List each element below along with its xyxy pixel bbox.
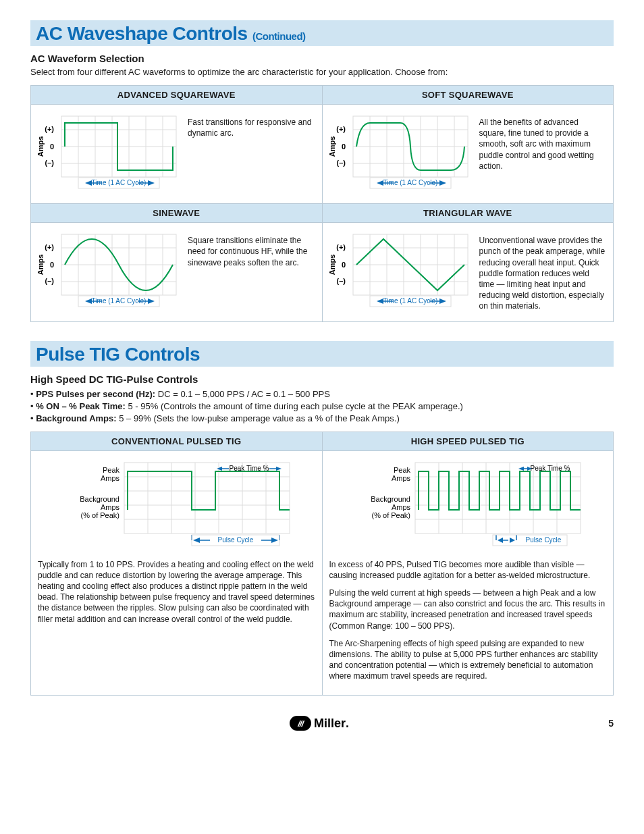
svg-marker-102 [193, 538, 200, 543]
adv-square-desc: Fast transitions for responsive and dyna… [188, 113, 315, 138]
svg-text:(+): (+) [45, 243, 54, 251]
svg-text:Peak Time %: Peak Time % [229, 465, 269, 472]
svg-text:Peak: Peak [394, 466, 411, 474]
cell-triangular: Amps (+) 0 (–) Time (1 AC Cycle) Unconve… [322, 223, 614, 322]
svg-text:(% of Peak): (% of Peak) [80, 511, 119, 519]
page-footer: /// Miller. 5 [30, 716, 614, 731]
highspeed-pulse-desc: In excess of 40 PPS, Pulsed TIG becomes … [329, 559, 607, 689]
bullet-peak-time: • % ON – % Peak Time: 5 - 95% (Controls … [30, 401, 614, 411]
triangular-wave-chart: Amps (+) 0 (–) Time (1 AC Cycle) [329, 231, 471, 312]
triangular-desc: Unconventional wave provides the punch o… [479, 231, 607, 311]
svg-marker-58 [148, 298, 155, 304]
svg-marker-95 [276, 467, 281, 471]
svg-rect-109 [415, 463, 581, 533]
svg-marker-130 [498, 538, 503, 543]
logo-mark-icon: /// [290, 716, 311, 731]
section-title-ac: AC Waveshape Controls (Continued) [36, 23, 608, 45]
svg-text:0: 0 [341, 261, 345, 269]
section-banner-pulse: Pulse TIG Controls [30, 341, 614, 367]
brand-name: Miller [314, 716, 346, 731]
svg-text:Amps: Amps [329, 255, 336, 276]
svg-marker-120 [518, 467, 524, 471]
conventional-pulse-chart: Peak Time % Peak Amps Background Amps (%… [60, 459, 293, 550]
header-soft-square: SOFT SQUAREWAVE [322, 86, 614, 105]
svg-text:Amps: Amps [329, 136, 336, 157]
header-adv-square: ADVANCED SQUAREWAVE [31, 86, 323, 105]
header-triangular: TRIANGULAR WAVE [322, 204, 614, 223]
svg-text:Amps: Amps [392, 503, 411, 511]
svg-text:Pulse Cycle: Pulse Cycle [526, 536, 562, 544]
svg-text:(–): (–) [45, 277, 55, 285]
svg-text:Amps: Amps [101, 474, 120, 482]
bullet-bg-amps: • Background Amps: 5 – 99% (Sets the low… [30, 413, 614, 423]
svg-marker-132 [510, 538, 515, 543]
svg-text:(+): (+) [336, 243, 346, 251]
brand-dot: . [346, 716, 349, 731]
conv-pulse-desc: Typically from 1 to 10 PPS. Provides a h… [38, 559, 315, 631]
svg-marker-78 [439, 298, 446, 304]
header-sinewave: SINEWAVE [31, 204, 323, 223]
cell-soft-square: Amps (+) 0 (–) Time (1 AC Cycle) All the… [322, 105, 614, 204]
advanced-squarewave-chart: Amps (+) 0 (–) Time (1 AC Cycle) [38, 113, 180, 194]
header-highspeed-pulse: HIGH SPEED PULSED TIG [322, 432, 614, 451]
svg-text:0: 0 [50, 142, 54, 151]
svg-marker-74 [377, 298, 383, 304]
svg-text:(% of Peak): (% of Peak) [372, 511, 410, 519]
svg-text:Amps: Amps [392, 474, 411, 482]
svg-text:Pulse Cycle: Pulse Cycle [217, 536, 253, 544]
svg-marker-38 [439, 180, 446, 186]
svg-marker-106 [271, 538, 278, 543]
svg-text:Amps: Amps [101, 503, 120, 511]
svg-text:(+): (+) [336, 125, 346, 133]
svg-marker-34 [377, 180, 383, 186]
svg-marker-18 [148, 180, 155, 186]
svg-text:(–): (–) [45, 159, 55, 167]
section-banner-ac: AC Waveshape Controls (Continued) [30, 20, 614, 46]
bullet-pps: • PPS Pulses per second (Hz): DC = 0.1 –… [30, 389, 614, 399]
sinewave-desc: Square transitions eliminate the need fo… [188, 231, 315, 268]
cell-adv-square: Amps (+) 0 (–) Time (1 AC Cycle) Fast tr… [31, 105, 323, 204]
page-number: 5 [608, 718, 614, 729]
svg-text:Peak Time %: Peak Time % [531, 465, 570, 472]
svg-text:(–): (–) [336, 277, 346, 285]
sinewave-chart: Amps (+) 0 (–) Time (1 AC Cycle) [38, 231, 180, 312]
svg-text:0: 0 [341, 142, 345, 151]
cell-conv-pulse: Peak Time % Peak Amps Background Amps (%… [31, 451, 323, 696]
svg-text:(+): (+) [45, 125, 54, 133]
highspeed-pulse-chart: Peak Time % Peak Amps Background Amps (%… [351, 459, 584, 550]
svg-text:Amps: Amps [38, 136, 45, 157]
pulse-table: CONVENTIONAL PULSED TIG HIGH SPEED PULSE… [30, 432, 614, 696]
soft-square-desc: All the benefits of advanced square, fin… [479, 113, 607, 172]
svg-text:0: 0 [50, 261, 54, 269]
svg-text:Background: Background [371, 495, 411, 503]
cell-highspeed-pulse: Peak Time % Peak Amps Background Amps (%… [322, 451, 614, 696]
title-sub: (Continued) [252, 30, 306, 42]
brand-logo: /// Miller. [290, 716, 349, 731]
svg-text:(–): (–) [336, 159, 346, 167]
svg-text:Amps: Amps [38, 255, 45, 276]
cell-sinewave: Amps (+) 0 (–) Time (1 AC Cycle) Square … [31, 223, 323, 322]
header-conv-pulse: CONVENTIONAL PULSED TIG [31, 432, 323, 451]
title-main: AC Waveshape Controls [36, 23, 248, 44]
svg-text:Background: Background [80, 495, 119, 503]
pulse-heading: High Speed DC TIG-Pulse Controls [30, 373, 614, 385]
svg-rect-80 [124, 463, 290, 533]
svg-text:Peak: Peak [103, 466, 120, 474]
waveform-table: ADVANCED SQUAREWAVE SOFT SQUAREWAVE Amps… [30, 85, 614, 322]
svg-marker-14 [85, 180, 92, 186]
ac-waveform-intro: Select from four different AC waveforms … [30, 67, 614, 77]
pulse-bullets: • PPS Pulses per second (Hz): DC = 0.1 –… [30, 389, 614, 423]
soft-squarewave-chart: Amps (+) 0 (–) Time (1 AC Cycle) [329, 113, 471, 194]
ac-waveform-heading: AC Waveform Selection [30, 53, 614, 64]
svg-marker-54 [85, 298, 92, 304]
svg-marker-91 [217, 467, 222, 471]
section-title-pulse: Pulse TIG Controls [36, 344, 608, 365]
